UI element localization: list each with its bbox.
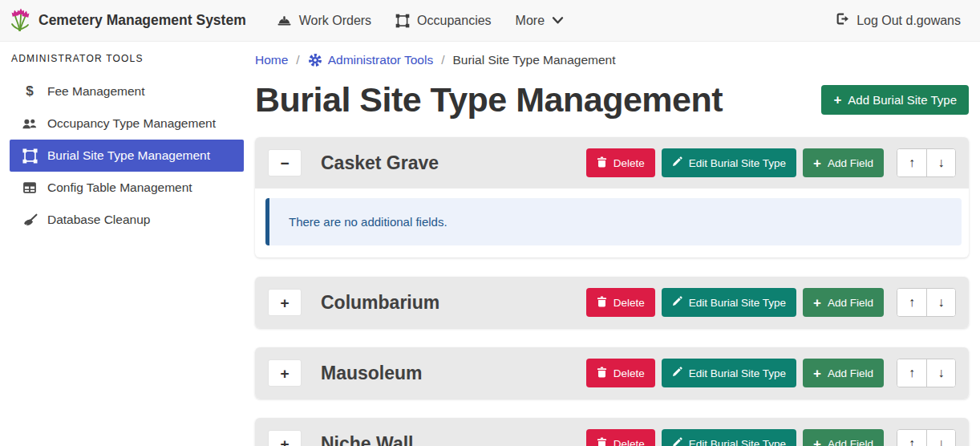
no-fields-alert: There are no additional fields.	[265, 198, 962, 245]
logout-button[interactable]: Log Out d.gowans	[836, 12, 961, 29]
trash-icon	[597, 367, 607, 380]
plus-icon: +	[813, 367, 821, 380]
object-group-icon	[22, 148, 38, 164]
edit-burial-site-type-button[interactable]: Edit Burial Site Type	[662, 429, 796, 446]
plus-icon: +	[833, 93, 841, 107]
add-burial-site-type-button[interactable]: + Add Burial Site Type	[821, 85, 969, 115]
panel-header: + Mausoleum Delete Edit Burial Site Type…	[255, 347, 969, 399]
tulip-logo-icon	[10, 7, 30, 34]
breadcrumb-separator: /	[296, 53, 299, 67]
trash-icon	[597, 296, 607, 310]
move-down-button[interactable]: ↓	[926, 359, 955, 387]
panel-toggle-button[interactable]: +	[268, 430, 302, 446]
top-navbar: Cemetery Management System Work Orders O…	[0, 0, 980, 42]
pencil-icon	[672, 296, 682, 309]
plus-icon: +	[813, 437, 821, 446]
broom-icon	[22, 213, 38, 227]
move-down-button[interactable]: ↓	[926, 430, 955, 446]
pencil-icon	[672, 437, 682, 446]
panel-casket-grave: − Casket Grave Delete Edit Burial Site T…	[255, 137, 969, 257]
logout-label: Log Out d.gowans	[856, 14, 961, 28]
main-nav: Work Orders Occupancies More	[277, 14, 564, 28]
sidebar-item-fee-management[interactable]: $ Fee Management	[10, 75, 244, 107]
breadcrumb-separator: /	[441, 53, 444, 67]
move-down-button[interactable]: ↓	[926, 289, 955, 316]
title-row: Burial Site Type Management + Add Burial…	[255, 80, 969, 120]
move-down-button[interactable]: ↓	[926, 149, 955, 176]
reorder-buttons: ↑ ↓	[897, 359, 956, 387]
panel-header: + Niche Wall Delete Edit Burial Site Typ…	[255, 418, 969, 446]
edit-burial-site-type-button[interactable]: Edit Burial Site Type	[662, 359, 796, 387]
panel-mausoleum: + Mausoleum Delete Edit Burial Site Type…	[255, 347, 969, 399]
page-title: Burial Site Type Management	[255, 80, 723, 120]
delete-button[interactable]: Delete	[586, 148, 655, 177]
breadcrumb-item-home[interactable]: Home	[255, 53, 288, 67]
panel-toggle-button[interactable]: +	[268, 289, 302, 316]
plus-icon: +	[813, 296, 821, 310]
breadcrumb-item-administrator-tools[interactable]: Administrator Tools	[308, 53, 434, 67]
pencil-icon	[672, 156, 682, 169]
edit-burial-site-type-button[interactable]: Edit Burial Site Type	[662, 148, 796, 177]
move-up-button[interactable]: ↑	[897, 430, 926, 446]
nav-item-more[interactable]: More	[516, 14, 564, 28]
logout-icon	[836, 12, 849, 29]
add-field-button[interactable]: + Add Field	[803, 288, 884, 317]
panel-actions: Delete Edit Burial Site Type + Add Field…	[586, 288, 956, 317]
panel-title: Casket Grave	[321, 152, 439, 174]
gear-icon	[308, 53, 322, 67]
trash-icon	[597, 437, 607, 446]
delete-button[interactable]: Delete	[586, 429, 655, 446]
nav-item-occupancies[interactable]: Occupancies	[395, 14, 492, 28]
add-burial-site-type-label: Add Burial Site Type	[848, 93, 957, 107]
burial-site-type-panels: − Casket Grave Delete Edit Burial Site T…	[255, 137, 969, 446]
panel-title: Mausoleum	[321, 363, 423, 384]
users-icon	[22, 117, 38, 130]
reorder-buttons: ↑ ↓	[897, 429, 956, 446]
plus-icon: +	[813, 156, 821, 170]
sidebar-item-burial-site-type-management[interactable]: Burial Site Type Management	[10, 140, 244, 172]
pencil-icon	[672, 367, 682, 379]
panel-niche-wall: + Niche Wall Delete Edit Burial Site Typ…	[255, 418, 969, 446]
main-content: Home/Administrator Tools/Burial Site Typ…	[255, 42, 980, 446]
panel-toggle-button[interactable]: +	[268, 359, 302, 387]
chevron-down-icon	[552, 16, 564, 25]
panel-actions: Delete Edit Burial Site Type + Add Field…	[586, 429, 956, 446]
edit-burial-site-type-button[interactable]: Edit Burial Site Type	[662, 288, 796, 317]
reorder-buttons: ↑ ↓	[897, 288, 956, 317]
panel-actions: Delete Edit Burial Site Type + Add Field…	[586, 359, 956, 387]
delete-button[interactable]: Delete	[586, 288, 655, 317]
panel-title: Niche Wall	[321, 433, 413, 446]
panel-body: There are no additional fields.	[255, 189, 969, 257]
sidebar-nav: $ Fee Management Occupancy Type Manageme…	[10, 75, 244, 236]
trash-icon	[597, 156, 607, 170]
sidebar-item-occupancy-type-management[interactable]: Occupancy Type Management	[10, 107, 244, 140]
move-up-button[interactable]: ↑	[897, 149, 926, 176]
sidebar-item-config-table-management[interactable]: Config Table Management	[10, 172, 244, 204]
dollar-icon: $	[22, 83, 38, 99]
move-up-button[interactable]: ↑	[897, 359, 926, 387]
add-field-button[interactable]: + Add Field	[803, 359, 884, 387]
reorder-buttons: ↑ ↓	[897, 148, 956, 177]
add-field-button[interactable]: + Add Field	[803, 148, 884, 177]
panel-title: Columbarium	[321, 292, 439, 314]
hard-hat-icon	[277, 14, 292, 27]
panel-columbarium: + Columbarium Delete Edit Burial Site Ty…	[255, 277, 969, 328]
panel-header: − Casket Grave Delete Edit Burial Site T…	[255, 137, 969, 189]
move-up-button[interactable]: ↑	[897, 289, 926, 316]
panel-actions: Delete Edit Burial Site Type + Add Field…	[586, 148, 956, 177]
panel-toggle-button[interactable]: −	[268, 149, 302, 176]
breadcrumb: Home/Administrator Tools/Burial Site Typ…	[255, 53, 969, 67]
brand[interactable]: Cemetery Management System	[10, 7, 246, 34]
table-icon	[22, 181, 38, 194]
app-title: Cemetery Management System	[38, 12, 246, 29]
add-field-button[interactable]: + Add Field	[803, 429, 884, 446]
occupancy-frame-icon	[395, 14, 410, 28]
delete-button[interactable]: Delete	[586, 359, 655, 387]
breadcrumb-item-burial-site-type-management: Burial Site Type Management	[453, 53, 616, 67]
sidebar: ADMINISTRATOR TOOLS $ Fee Management Occ…	[0, 42, 255, 236]
panel-header: + Columbarium Delete Edit Burial Site Ty…	[255, 277, 969, 328]
sidebar-item-database-cleanup[interactable]: Database Cleanup	[10, 204, 244, 236]
sidebar-heading: ADMINISTRATOR TOOLS	[10, 53, 244, 64]
nav-item-work-orders[interactable]: Work Orders	[277, 14, 371, 28]
